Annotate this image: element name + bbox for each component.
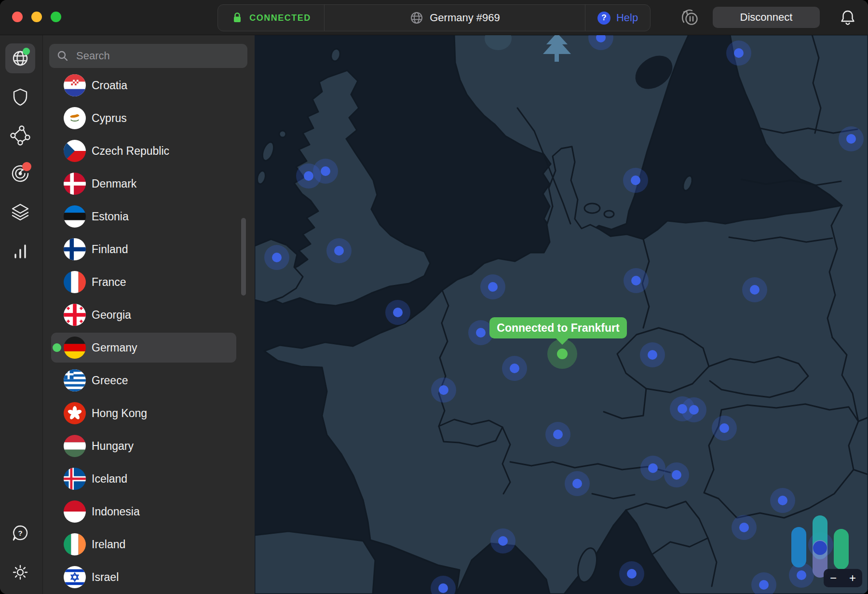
server-dot[interactable] — [439, 385, 448, 395]
country-name: Hong Kong — [92, 407, 147, 420]
server-dot[interactable] — [510, 364, 519, 373]
flag-icon-il — [64, 566, 86, 588]
server-dot[interactable] — [648, 350, 657, 360]
country-row-israel[interactable]: Israel — [42, 561, 255, 594]
country-row-cyprus[interactable]: Cyprus — [42, 102, 255, 135]
flag-icon-ie — [64, 533, 86, 555]
server-dot[interactable] — [759, 580, 769, 590]
flag-icon-fi — [64, 238, 86, 260]
country-name: Croatia — [92, 79, 127, 92]
flag-icon-hk — [64, 402, 86, 424]
server-dot[interactable] — [572, 479, 582, 488]
server-dot[interactable] — [750, 285, 760, 295]
window-zoom-button[interactable] — [51, 12, 61, 22]
flag-icon-cz — [64, 140, 86, 162]
bell-icon — [837, 7, 858, 28]
country-row-denmark[interactable]: Denmark — [42, 167, 255, 200]
server-dot[interactable] — [719, 423, 729, 433]
server-dot[interactable] — [476, 328, 486, 338]
server-dot[interactable] — [648, 463, 658, 473]
server-dot[interactable] — [334, 246, 344, 256]
zoom-in-button[interactable]: + — [843, 569, 862, 587]
scrollbar-thumb[interactable] — [241, 218, 246, 296]
server-dot[interactable] — [321, 166, 330, 176]
server-dot[interactable] — [488, 282, 498, 292]
sidebar-help-button[interactable]: ? — [5, 518, 35, 548]
country-row-finland[interactable]: Finland — [42, 233, 255, 266]
server-dot[interactable] — [846, 134, 856, 144]
pause-connection-icon — [677, 6, 702, 30]
help-label: Help — [616, 12, 638, 24]
sidebar-item-monitor[interactable] — [5, 159, 35, 189]
server-dot[interactable] — [631, 276, 641, 285]
disconnect-button[interactable]: Disconnect — [713, 7, 820, 28]
shield-icon — [11, 87, 30, 107]
question-icon: ? — [597, 12, 610, 25]
country-row-ireland[interactable]: Ireland — [42, 528, 255, 561]
flag-icon-fr — [64, 271, 86, 293]
sidebar-item-presets[interactable] — [5, 198, 35, 228]
country-row-france[interactable]: France — [42, 266, 255, 298]
window-close-button[interactable] — [12, 12, 23, 22]
country-name: Germany — [92, 341, 137, 354]
zoom-out-button[interactable]: − — [824, 569, 843, 587]
server-dot[interactable] — [498, 536, 508, 546]
server-dot[interactable] — [553, 430, 563, 439]
sidebar-item-meshnet[interactable] — [5, 121, 35, 150]
flag-icon-ge — [64, 304, 86, 326]
flag-icon-ee — [64, 205, 86, 228]
country-row-hungary[interactable]: Hungary — [42, 430, 255, 462]
country-row-croatia[interactable]: Croatia — [42, 69, 255, 102]
country-name: Estonia — [92, 210, 129, 223]
flag-icon-hr — [64, 74, 86, 96]
server-dot[interactable] — [689, 405, 699, 415]
current-server: Germany #969 — [324, 5, 585, 31]
window-minimize-button[interactable] — [31, 12, 42, 22]
flag-icon-dk — [64, 173, 86, 195]
sidebar-settings-button[interactable] — [5, 557, 35, 587]
server-dot[interactable] — [631, 176, 640, 185]
server-dot[interactable] — [393, 308, 403, 317]
server-dot[interactable] — [778, 496, 787, 505]
sidebar-item-map-globe[interactable] — [5, 43, 35, 73]
map-area[interactable]: Connected to Frankfurt − + — [255, 35, 868, 594]
server-dot[interactable] — [627, 569, 637, 579]
country-name: France — [92, 276, 126, 289]
flag-icon-isl — [64, 468, 86, 490]
server-dot[interactable] — [438, 583, 448, 593]
search-box[interactable] — [49, 44, 247, 68]
flag-icon-id — [64, 500, 86, 523]
country-row-czech-republic[interactable]: Czech Republic — [42, 135, 255, 167]
server-label: Germany #969 — [430, 12, 500, 24]
pause-connection-button[interactable] — [674, 5, 699, 29]
help-button[interactable]: ? Help — [585, 5, 650, 31]
server-dot[interactable] — [739, 523, 749, 532]
sidebar-item-protection[interactable] — [5, 82, 35, 112]
country-row-iceland[interactable]: Iceland — [42, 462, 255, 495]
title-bar: CONNECTED Germany #969 ? Help — [0, 0, 868, 35]
country-name: Czech Republic — [92, 145, 169, 158]
server-dot[interactable] — [797, 570, 806, 580]
country-row-greece[interactable]: Greece — [42, 364, 255, 397]
connected-marker[interactable] — [557, 349, 568, 359]
server-dot[interactable] — [304, 171, 313, 181]
country-panel: Croatia Cyprus Czech Republic Denmark Es… — [42, 35, 255, 594]
country-row-georgia[interactable]: Georgia — [42, 298, 255, 331]
status-label: CONNECTED — [249, 13, 311, 23]
search-input[interactable] — [75, 49, 236, 63]
country-row-germany[interactable]: Germany — [42, 331, 255, 364]
country-row-indonesia[interactable]: Indonesia — [42, 495, 255, 528]
country-name: Finland — [92, 243, 128, 256]
bar-chart-icon — [11, 242, 30, 261]
sidebar-item-speed[interactable] — [5, 236, 35, 266]
notifications-button[interactable] — [834, 7, 855, 28]
server-dot[interactable] — [672, 470, 681, 480]
country-row-hong-kong[interactable]: Hong Kong — [42, 397, 255, 430]
settings-gear-icon — [10, 562, 30, 582]
country-row-estonia[interactable]: Estonia — [42, 200, 255, 233]
europe-map — [255, 35, 868, 594]
map-zoom-control: − + — [824, 569, 862, 587]
server-dot[interactable] — [272, 253, 282, 262]
nordvpn-window: CONNECTED Germany #969 ? Help — [0, 0, 868, 594]
server-dot[interactable] — [734, 48, 744, 58]
